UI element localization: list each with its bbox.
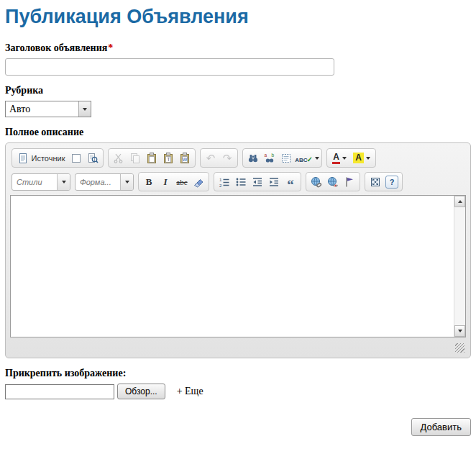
editor-scrollbar[interactable] (454, 196, 465, 337)
text-color-icon: A (332, 153, 340, 164)
chevron-down-icon (78, 101, 91, 117)
toolbar-group-clipboard: T W (108, 148, 196, 168)
copy-icon (129, 152, 142, 164)
title-input[interactable] (5, 58, 334, 76)
category-select[interactable]: Авто (5, 101, 91, 117)
scroll-up-button[interactable] (454, 196, 465, 207)
redo-icon (221, 152, 234, 164)
bold-button[interactable]: B (141, 174, 157, 190)
cut-icon (113, 152, 125, 164)
add-more-link[interactable]: + Еще (177, 386, 203, 397)
chevron-down-icon (57, 174, 70, 190)
spellcheck-button[interactable]: ABC (295, 150, 319, 166)
editor-toolbar-row1: Источник T (10, 146, 466, 170)
styles-dropdown-label: Стили (12, 178, 57, 186)
strikethrough-icon: abc (176, 178, 187, 186)
toolbar-group-colors: A A (326, 148, 376, 168)
remove-format-button[interactable] (191, 174, 206, 190)
chevron-down-icon (315, 157, 319, 160)
paste-text-icon: T (163, 152, 175, 164)
redo-button[interactable] (219, 150, 235, 166)
remove-format-icon (193, 176, 205, 188)
italic-icon: I (163, 176, 167, 188)
italic-button[interactable]: I (157, 174, 173, 190)
maximize-button[interactable] (367, 174, 383, 190)
bulleted-list-button[interactable] (233, 174, 249, 190)
title-field: Заголовок объявления* (5, 42, 471, 76)
numbered-list-button[interactable]: 12 (216, 174, 232, 190)
attach-label: Прикрепить изображение: (5, 368, 471, 379)
indent-icon (268, 176, 280, 188)
svg-text:2: 2 (219, 183, 222, 187)
about-button[interactable]: ? (384, 174, 400, 190)
undo-button[interactable] (203, 150, 219, 166)
anchor-button[interactable] (342, 174, 357, 190)
copy-button[interactable] (127, 150, 143, 166)
paste-text-button[interactable]: T (160, 150, 176, 166)
preview-button[interactable] (85, 150, 101, 166)
preview-icon (87, 152, 99, 164)
browse-button[interactable]: Обзор... (117, 384, 165, 399)
category-field: Рубрика Авто (5, 85, 471, 117)
blockquote-button[interactable] (283, 174, 298, 190)
numbered-list-icon: 12 (219, 176, 231, 188)
file-row: Обзор... + Еще (5, 384, 471, 399)
svg-text:1: 1 (219, 177, 222, 181)
editor-bottom-bar (10, 337, 466, 355)
indent-button[interactable] (266, 174, 282, 190)
toolbar-group-document: Источник (12, 148, 104, 168)
paste-word-icon: W (179, 152, 191, 164)
editor-content[interactable] (11, 196, 454, 337)
maximize-icon (370, 176, 382, 188)
svg-text:b: b (272, 153, 275, 158)
scroll-down-button[interactable] (454, 325, 465, 337)
chevron-down-icon (342, 157, 347, 160)
replace-button[interactable]: ab (262, 150, 278, 166)
format-dropdown-label: Форма... (75, 178, 120, 186)
editor-content-area (10, 195, 466, 337)
rich-text-editor: Источник T (5, 142, 471, 358)
unlink-icon (327, 176, 339, 188)
unlink-button[interactable] (325, 174, 341, 190)
format-dropdown[interactable]: Форма... (75, 173, 134, 191)
about-icon: ? (385, 176, 398, 189)
resize-handle[interactable] (455, 343, 464, 353)
text-color-button[interactable]: A (329, 150, 349, 166)
page-title: Публикация Объявления (5, 6, 471, 28)
styles-dropdown[interactable]: Стили (12, 173, 70, 191)
outdent-button[interactable] (250, 174, 265, 190)
cut-button[interactable] (111, 150, 127, 166)
svg-text:W: W (183, 157, 188, 162)
spellcheck-label: ABC (295, 157, 307, 163)
anchor-icon (344, 176, 356, 188)
blockquote-icon (285, 176, 297, 188)
replace-icon: ab (264, 152, 276, 164)
paste-button[interactable] (144, 150, 160, 166)
submit-row: Добавить (5, 418, 471, 436)
svg-text:a: a (265, 153, 267, 158)
svg-text:T: T (167, 157, 170, 162)
link-icon (311, 176, 323, 188)
file-input[interactable] (5, 384, 114, 399)
link-button[interactable] (308, 174, 324, 190)
outdent-icon (252, 176, 264, 188)
scroll-up-icon (458, 200, 462, 203)
bg-color-button[interactable]: A (350, 150, 373, 166)
page: Публикация Объявления Заголовок объявлен… (0, 0, 476, 436)
category-label: Рубрика (5, 85, 471, 96)
toolbar-group-undo (200, 148, 238, 168)
submit-button[interactable]: Добавить (411, 418, 471, 436)
select-all-icon (280, 152, 293, 164)
find-button[interactable] (245, 150, 261, 166)
source-button[interactable]: Источник (14, 150, 68, 166)
select-all-button[interactable] (278, 150, 294, 166)
bold-icon: B (146, 176, 152, 188)
category-selected-value: Авто (6, 104, 78, 115)
spellcheck-check-icon (307, 152, 312, 164)
paste-word-button[interactable]: W (177, 150, 193, 166)
new-page-button[interactable] (68, 150, 84, 166)
toolbar-group-find: ab ABC (242, 148, 322, 168)
strikethrough-button[interactable]: abc (174, 174, 190, 190)
undo-icon (205, 152, 217, 164)
toolbar-group-basicstyles: B I abc (138, 172, 209, 191)
